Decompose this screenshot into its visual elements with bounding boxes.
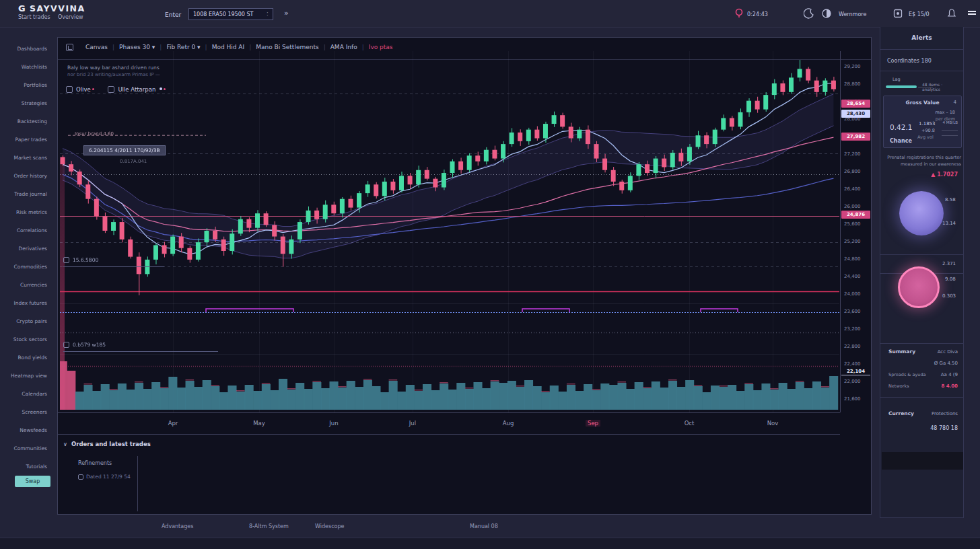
summary-row: Ø Ga 4.50 — [934, 361, 958, 366]
chance-label: Chance — [890, 138, 912, 144]
pane-label-1[interactable]: 15.6.5800 — [63, 257, 98, 263]
sidebar-item[interactable]: Derivatives — [0, 246, 47, 252]
sidebar-item[interactable]: Watchlists — [0, 64, 47, 70]
sidebar-item[interactable]: Currencies — [0, 282, 47, 288]
price-axis-label: 27,200 — [844, 151, 861, 157]
sidebar-item[interactable]: Stock sectors — [0, 336, 47, 342]
divider — [880, 397, 963, 398]
price-axis-label: 23,200 — [844, 326, 861, 332]
currency-sub: Protections — [932, 411, 958, 416]
moon-icon[interactable] — [804, 8, 814, 19]
gauge-value: 2.371 — [942, 261, 956, 266]
toolbar-separator: | — [362, 44, 364, 50]
orders-section-title[interactable]: Orders and latest trades — [71, 441, 151, 447]
sidebar-item[interactable]: Heatmap view — [0, 373, 47, 379]
toolbar-item[interactable]: AMA Info — [330, 44, 357, 50]
sidebar-item[interactable]: Market scans — [0, 155, 47, 161]
sidebar-item[interactable]: Dashboards — [0, 46, 47, 52]
stats-mid-value: 1.1853 — [919, 121, 936, 126]
coordinates-label: Coordinates 180 — [887, 58, 932, 64]
pane-underline — [63, 351, 218, 352]
price-axis: 29,20028,80028,40028,00027,60027,20026,8… — [840, 51, 871, 412]
stats-card: Gross Value 4 max – 18 per diem 0.42.1 1… — [883, 96, 962, 148]
sidebar-item[interactable]: Correlations — [0, 227, 47, 233]
drawing-label: Insur brand 4.60 — [75, 131, 114, 137]
divider — [880, 343, 963, 344]
panel-paragraph-value: ▲ 1.7027 — [931, 172, 958, 178]
sidebar-item[interactable]: Paper trades — [0, 137, 47, 143]
sidebar-item[interactable]: Risk metrics — [0, 209, 47, 215]
right-panel: Alerts Coordinates 180 Lag 48 items · an… — [880, 27, 964, 518]
panel-title: Alerts — [880, 34, 963, 41]
price-axis-label: 22,400 — [844, 361, 861, 367]
toolbar-separator: | — [249, 44, 251, 50]
time-axis-label: Apr — [168, 420, 178, 427]
collapse-chevron-icon[interactable]: ∨ — [63, 441, 67, 447]
footer-link[interactable]: Manual 08 — [470, 523, 498, 529]
gauge-value: 8.58 — [945, 197, 956, 203]
footer-link[interactable]: 8-Altm System — [249, 523, 289, 529]
sidebar-item[interactable]: Portfolios — [0, 82, 47, 88]
stats-side-label: 4 MB/LB — [943, 120, 958, 124]
footer-link[interactable]: Widescope — [315, 523, 344, 529]
toolbar-item-accent[interactable]: Ivo ptas — [369, 44, 393, 50]
sidebar-item[interactable]: Crypto pairs — [0, 318, 47, 324]
panel-footer-block[interactable] — [882, 452, 963, 470]
location-pin-icon[interactable] — [734, 8, 744, 19]
stats-row-1: max – 18 — [935, 110, 955, 115]
time-axis-label: Jun — [329, 420, 338, 427]
toolbar-item[interactable]: Phases 30 ▾ — [119, 44, 155, 50]
toolbar-item[interactable]: Mod Hid AI — [212, 44, 245, 50]
symbol-input-label: Enter — [165, 11, 181, 18]
sidebar-item[interactable]: Order history — [0, 173, 47, 179]
sidebar-item[interactable]: Commodities — [0, 264, 47, 270]
footer-link[interactable]: Advantages — [162, 523, 193, 529]
currency-value: 48 780 18 — [930, 425, 958, 431]
sidebar-item[interactable]: Index futures — [0, 300, 47, 306]
purple-gauge — [899, 191, 944, 235]
spreads-value: Aa 4 (9 — [941, 372, 958, 377]
time-axis-label: Sep — [586, 420, 600, 427]
sidebar-item[interactable]: Trade journal — [0, 191, 47, 197]
orders-subtitle: Refinements — [78, 460, 112, 466]
menu-icon[interactable] — [967, 8, 977, 19]
sidebar-item[interactable]: Tutorials — [0, 464, 47, 470]
progress-label: Lag — [893, 77, 901, 82]
toolbar-item[interactable]: Canvas — [85, 44, 108, 50]
swap-button[interactable]: Swap — [15, 476, 50, 487]
panel-paragraph-1: Prenatal registrations this quarter — [884, 155, 961, 160]
sidebar-item[interactable]: Strategies — [0, 100, 47, 106]
user-name[interactable]: Wernmore — [839, 11, 866, 17]
double-chevron-icon[interactable]: » — [284, 9, 289, 17]
apps-icon[interactable] — [893, 8, 903, 19]
nav-overview[interactable]: Overview — [58, 14, 83, 20]
time-axis-label: Aug — [503, 420, 514, 427]
time-axis: AprMayJunJulAugSepOctNov — [58, 412, 840, 435]
symbol-input[interactable] — [188, 8, 273, 20]
chart-type-icon[interactable] — [66, 44, 73, 51]
sidebar-item[interactable]: Backtesting — [0, 118, 47, 124]
pane-label-2[interactable]: 0.b579 w185 — [63, 342, 106, 348]
price-chart-canvas[interactable] — [60, 51, 839, 412]
input-dropdown-caret[interactable]: : — [267, 11, 269, 17]
chart-tooltip: 6.204115 4/2011 170/92/3B — [83, 145, 166, 155]
nav-start-trades[interactable]: Start trades — [18, 14, 50, 20]
summary-value: Acc Diva — [938, 349, 958, 355]
orders-section: ∨ Orders and latest trades Refinements D… — [58, 435, 871, 514]
price-axis-label: 25,200 — [844, 239, 861, 244]
account-balance[interactable]: E$ 15/0 — [909, 11, 930, 17]
toolbar-item[interactable]: Mano Bi Settlements — [256, 44, 318, 50]
bell-icon[interactable] — [946, 8, 957, 19]
pane-underline — [63, 266, 164, 267]
sidebar-item[interactable]: Calendars — [0, 391, 47, 397]
sidebar-item[interactable]: Bond yields — [0, 355, 47, 361]
chart-tooltip-sub: 0.817A.041 — [120, 159, 147, 164]
price-badge-blue: 28,430 — [841, 110, 870, 118]
toolbar-item[interactable]: Fib Retr 0 ▾ — [166, 44, 200, 50]
theme-toggle-icon[interactable] — [821, 8, 832, 19]
sidebar-item[interactable]: Communities — [0, 445, 47, 451]
price-axis-label: 23,600 — [844, 309, 861, 314]
sidebar-item[interactable]: Newsfeeds — [0, 427, 47, 433]
sidebar-item[interactable]: Screeners — [0, 409, 47, 415]
divider — [137, 456, 138, 511]
